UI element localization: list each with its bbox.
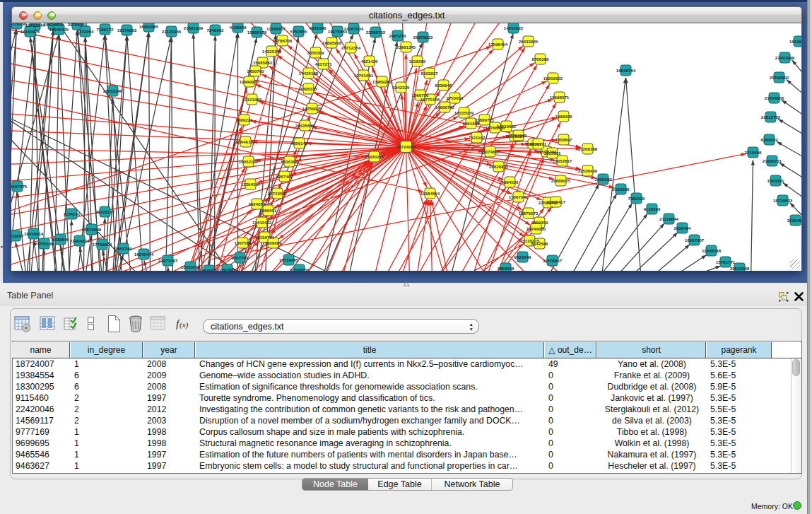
svg-text:5394526: 5394526 <box>501 180 519 185</box>
svg-text:14759025: 14759025 <box>302 106 322 111</box>
svg-text:12159721: 12159721 <box>255 235 275 240</box>
svg-text:22812762: 22812762 <box>761 115 781 119</box>
svg-text:3356309: 3356309 <box>307 50 324 55</box>
svg-text:26712354: 26712354 <box>341 45 361 50</box>
svg-text:15985179: 15985179 <box>247 30 267 35</box>
svg-text:3242325: 3242325 <box>392 85 410 90</box>
svg-text:2998203: 2998203 <box>594 177 612 182</box>
svg-text:15781771: 15781771 <box>716 259 736 264</box>
svg-text:9118260: 9118260 <box>644 206 661 211</box>
svg-text:23228117: 23228117 <box>95 209 115 214</box>
svg-text:11180457: 11180457 <box>266 26 286 31</box>
svg-text:9522649: 9522649 <box>514 255 531 259</box>
svg-text:4042398: 4042398 <box>309 25 326 30</box>
svg-text:9857791: 9857791 <box>231 255 249 260</box>
svg-text:8036948: 8036948 <box>435 83 452 88</box>
svg-text:20359559: 20359559 <box>290 267 310 271</box>
svg-text:19895918: 19895918 <box>322 40 342 45</box>
svg-text:4617271: 4617271 <box>314 62 332 66</box>
svg-text:22536430: 22536430 <box>578 168 598 173</box>
svg-text:9267407: 9267407 <box>276 174 293 179</box>
svg-text:16963965: 16963965 <box>139 24 159 29</box>
svg-text:24723521: 24723521 <box>268 191 288 196</box>
svg-text:5516308: 5516308 <box>281 159 298 164</box>
svg-text:14292922: 14292922 <box>504 25 524 30</box>
svg-text:1503341: 1503341 <box>767 178 784 183</box>
svg-text:16770156: 16770156 <box>420 97 440 102</box>
svg-text:15716485: 15716485 <box>279 257 299 262</box>
svg-text:10870088: 10870088 <box>82 227 102 232</box>
svg-text:4909359: 4909359 <box>531 220 548 225</box>
svg-text:18418914: 18418914 <box>24 231 44 236</box>
svg-text:14649229: 14649229 <box>199 268 219 271</box>
svg-text:22971497: 22971497 <box>158 258 178 263</box>
svg-text:10761081: 10761081 <box>354 73 374 78</box>
svg-text:8070261: 8070261 <box>529 141 547 146</box>
svg-text:19782844: 19782844 <box>25 23 45 28</box>
svg-text:16179338: 16179338 <box>11 23 27 26</box>
svg-text:11442462: 11442462 <box>252 220 272 225</box>
svg-text:20709364: 20709364 <box>68 23 88 27</box>
svg-text:22941999: 22941999 <box>775 55 795 60</box>
svg-text:21119844: 21119844 <box>659 216 678 221</box>
svg-text:18724007: 18724007 <box>396 144 416 149</box>
svg-text:(x): (x) <box>180 320 189 329</box>
svg-text:26433925: 26433925 <box>519 39 539 44</box>
svg-text:1508333: 1508333 <box>300 86 317 91</box>
svg-text:22121002: 22121002 <box>242 97 262 102</box>
svg-text:21908721: 21908721 <box>763 158 782 163</box>
svg-text:7196172: 7196172 <box>96 27 114 32</box>
svg-text:24786708: 24786708 <box>273 38 293 43</box>
svg-text:7246952: 7246952 <box>206 28 224 33</box>
svg-text:5757855: 5757855 <box>290 29 307 34</box>
svg-text:1658697: 1658697 <box>555 137 572 142</box>
svg-text:17335079: 17335079 <box>454 110 474 115</box>
svg-text:18209552: 18209552 <box>543 76 563 81</box>
svg-text:11205417: 11205417 <box>546 199 566 204</box>
svg-text:24750149: 24750149 <box>35 241 54 246</box>
svg-text:7284992: 7284992 <box>510 133 527 138</box>
svg-text:14335349: 14335349 <box>262 49 282 54</box>
svg-text:21654856: 21654856 <box>765 95 784 100</box>
svg-text:2196308: 2196308 <box>612 187 630 192</box>
svg-text:18040325: 18040325 <box>49 27 69 32</box>
svg-text:18074690: 18074690 <box>481 149 500 154</box>
svg-text:3924074: 3924074 <box>248 201 266 206</box>
svg-text:15067041: 15067041 <box>509 194 529 199</box>
svg-text:25793902: 25793902 <box>770 75 789 80</box>
svg-text:16600792: 16600792 <box>435 105 455 110</box>
svg-text:4158259: 4158259 <box>229 25 247 30</box>
svg-text:24267934: 24267934 <box>344 26 364 31</box>
svg-text:19497475: 19497475 <box>11 184 28 189</box>
svg-text:3851749: 3851749 <box>114 246 132 251</box>
svg-text:20889075: 20889075 <box>551 178 571 183</box>
svg-text:13969242: 13969242 <box>372 79 392 84</box>
svg-text:7382330: 7382330 <box>628 196 645 201</box>
svg-text:4390551: 4390551 <box>259 208 277 213</box>
svg-text:4621426: 4621426 <box>360 59 378 64</box>
svg-text:2009404: 2009404 <box>673 226 691 230</box>
svg-text:22484624: 22484624 <box>70 238 90 243</box>
svg-text:8839846: 8839846 <box>52 237 69 242</box>
svg-text:1015801: 1015801 <box>543 151 561 156</box>
svg-text:3791845: 3791845 <box>218 267 236 271</box>
svg-text:18729533: 18729533 <box>773 198 793 203</box>
svg-text:4959143: 4959143 <box>290 141 308 146</box>
svg-text:13598454: 13598454 <box>488 42 508 47</box>
svg-text:22288702: 22288702 <box>366 30 386 35</box>
svg-text:10333598: 10333598 <box>181 264 201 269</box>
svg-text:15085862: 15085862 <box>253 60 273 65</box>
svg-text:3450760: 3450760 <box>247 69 264 74</box>
svg-text:25300275: 25300275 <box>365 154 384 159</box>
svg-text:10052817: 10052817 <box>553 158 572 163</box>
svg-text:19999920: 19999920 <box>240 79 259 84</box>
svg-text:11948588: 11948588 <box>702 248 722 253</box>
svg-text:14435188: 14435188 <box>299 71 319 76</box>
svg-text:3215958: 3215958 <box>744 150 762 155</box>
svg-text:20829308: 20829308 <box>730 266 750 271</box>
svg-text:23981345: 23981345 <box>396 45 416 49</box>
svg-text:1018285: 1018285 <box>408 59 426 64</box>
svg-text:20979533: 20979533 <box>413 35 433 40</box>
svg-text:18176803: 18176803 <box>117 28 137 33</box>
svg-text:19384554: 19384554 <box>420 191 440 196</box>
